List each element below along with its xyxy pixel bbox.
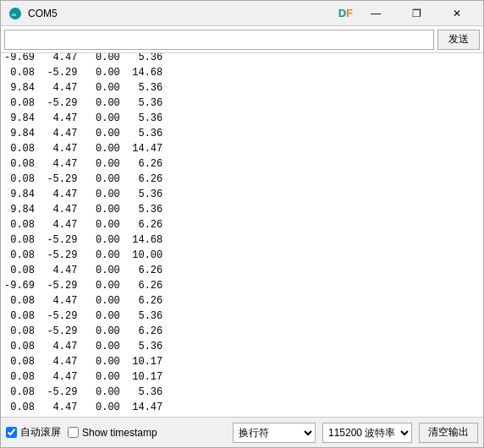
line-ending-item: 换行符 没有行结束符 回车 换行和回车 xyxy=(233,423,316,443)
output-line: 0.08 4.47 0.00 6.26 xyxy=(4,293,480,309)
output-line: 0.08 -5.29 0.00 14.68 xyxy=(4,232,480,248)
output-line: 0.08 4.47 0.00 6.26 xyxy=(4,156,480,172)
line-ending-select[interactable]: 换行符 没有行结束符 回车 换行和回车 xyxy=(233,423,316,443)
output-line: 9.84 4.47 0.00 5.36 xyxy=(4,126,480,141)
autoscroll-item: 自动滚屏 xyxy=(6,425,61,440)
output-line: 0.08 -5.29 0.00 6.26 xyxy=(4,324,480,339)
output-line: 9.84 4.47 0.00 5.36 xyxy=(4,111,480,126)
baud-rate-select[interactable]: 115200 波特率 9600 波特率 57600 波特率 230400 波特率 xyxy=(322,423,412,443)
autoscroll-checkbox[interactable] xyxy=(6,427,17,438)
output-line: 9.84 4.47 0.00 5.36 xyxy=(4,80,480,96)
clear-button[interactable]: 清空输出 xyxy=(419,423,478,443)
app-icon: ∞ xyxy=(8,6,23,21)
output-line: -9.69 4.47 0.00 5.36 xyxy=(4,53,480,65)
statusbar: 自动滚屏 Show timestamp 换行符 没有行结束符 回车 换行和回车 … xyxy=(1,417,483,447)
serial-output: Current sense ready.-9.69 4.47 0.00 5.36… xyxy=(1,53,483,417)
output-line: 0.08 -5.29 0.00 6.26 xyxy=(4,172,480,187)
output-line: 0.08 -5.29 0.00 10.00 xyxy=(4,248,480,263)
output-line: 0.08 4.47 0.00 5.36 xyxy=(4,339,480,354)
output-line: 0.08 4.47 0.00 10.17 xyxy=(4,354,480,369)
timestamp-label: Show timestamp xyxy=(82,427,157,439)
baud-rate-item: 115200 波特率 9600 波特率 57600 波特率 230400 波特率 xyxy=(322,423,412,443)
output-line: 0.08 4.47 0.00 6.26 xyxy=(4,263,480,278)
output-line: 9.84 4.47 0.00 5.36 xyxy=(4,202,480,217)
output-line: -9.69 -5.29 0.00 6.26 xyxy=(4,278,480,293)
serial-monitor-window: ∞ COM5 DF — ❐ ✕ 发送 Current sense ready.-… xyxy=(0,0,484,448)
output-line: 0.08 -5.29 0.00 5.36 xyxy=(4,385,480,400)
output-line: 0.08 -5.29 0.00 5.36 xyxy=(4,96,480,111)
output-line: 0.08 4.47 0.00 10.17 xyxy=(4,369,480,385)
send-button[interactable]: 发送 xyxy=(437,30,480,50)
input-bar: 发送 xyxy=(1,26,483,53)
output-line: 0.08 4.47 0.00 14.47 xyxy=(4,400,480,415)
minimize-button[interactable]: — xyxy=(356,2,395,25)
timestamp-checkbox[interactable] xyxy=(68,427,79,438)
timestamp-item: Show timestamp xyxy=(68,427,157,439)
titlebar: ∞ COM5 DF — ❐ ✕ xyxy=(1,1,483,26)
df-badge: DF xyxy=(338,7,353,19)
close-button[interactable]: ✕ xyxy=(437,2,476,25)
df-f: F xyxy=(346,7,353,19)
window-title: COM5 xyxy=(28,8,338,19)
window-controls: — ❐ ✕ xyxy=(356,2,476,25)
svg-text:∞: ∞ xyxy=(12,10,17,18)
maximize-button[interactable]: ❐ xyxy=(397,2,436,25)
serial-input[interactable] xyxy=(4,30,434,50)
df-d: D xyxy=(338,7,346,19)
autoscroll-label: 自动滚屏 xyxy=(20,425,61,440)
output-line: 9.84 4.47 0.00 5.36 xyxy=(4,187,480,202)
output-line: 0.08 4.47 0.00 14.47 xyxy=(4,141,480,156)
output-line: 0.08 -5.29 0.00 5.36 xyxy=(4,309,480,324)
output-line: 0.08 -5.29 0.00 14.68 xyxy=(4,65,480,80)
output-line: 0.08 4.47 0.00 6.26 xyxy=(4,217,480,232)
